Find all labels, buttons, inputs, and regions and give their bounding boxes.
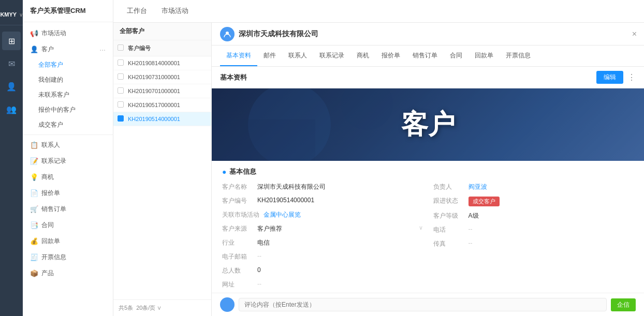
sidebar-item-market[interactable]: 📢 市场活动	[23, 25, 113, 41]
row-check-2[interactable]	[118, 73, 128, 81]
detail-tab-opportunity[interactable]: 商机	[350, 46, 375, 66]
checkbox-2[interactable]	[118, 73, 124, 80]
field-fax: 传真 --	[433, 239, 634, 248]
invoice-icon: 🧾	[30, 253, 38, 261]
sidebar-item-invoice[interactable]: 🧾 开票信息	[23, 249, 113, 265]
value-level: A级	[469, 212, 634, 220]
field-total-people: 总人数 0	[222, 266, 423, 275]
detail-panel: 深圳市天成科技有限公司 × 基本资料 邮件 联系人 联系记录 商机 报价单 销售…	[212, 23, 644, 316]
info-grid: 客户名称 深圳市天成科技有限公司 客户编号 KH20190514000001 关…	[222, 183, 634, 293]
field-company-name: 客户名称 深圳市天成科技有限公司	[222, 183, 423, 191]
sidebar-item-customer[interactable]: 👤 客户 ···	[23, 41, 113, 57]
value-fax: --	[469, 239, 634, 247]
sidebar-item-product[interactable]: 📦 产品	[23, 265, 113, 281]
comment-input[interactable]	[239, 298, 607, 311]
sidebar-sub-item-quoting[interactable]: 报价中的客户	[23, 102, 113, 117]
row-id-4: KH20190517000001	[128, 102, 207, 108]
list-row-active[interactable]: KH20190514000001	[113, 112, 211, 126]
field-level: 客户等级 A级	[433, 212, 634, 220]
field-email: 电子邮箱 --	[222, 252, 423, 261]
person-icon	[224, 31, 231, 38]
detail-tab-records[interactable]: 联系记录	[313, 46, 350, 66]
sidebar-icon-contacts[interactable]: 👥	[2, 100, 21, 118]
sidebar-icon-grid[interactable]: ⊞	[2, 32, 21, 50]
sidebar-sub-item-no-contact[interactable]: 未联系客户	[23, 87, 113, 102]
svg-point-2	[341, 88, 393, 130]
field-market-activity: 关联市场活动 金属中心展览	[222, 210, 423, 219]
row-check-1[interactable]	[118, 59, 128, 67]
sidebar-item-payment[interactable]: 💰 回款单	[23, 233, 113, 249]
list-row[interactable]: KH20190701000001	[113, 84, 211, 98]
sidebar-item-opportunity[interactable]: 💡 商机	[23, 169, 113, 185]
row-check-3[interactable]	[118, 87, 128, 95]
value-industry: 电信	[257, 238, 423, 247]
icon-sidebar: KMYY ∨ ⊞ ✉ 👤 👥	[0, 0, 23, 316]
list-row[interactable]: KH20190731000001	[113, 70, 211, 84]
sidebar-item-label-customer: 客户	[41, 45, 54, 54]
sidebar-icon-user[interactable]: 👤	[2, 77, 21, 96]
row-id-2: KH20190731000001	[128, 74, 207, 80]
nav-sidebar: 客户关系管理CRM 📢 市场活动 👤 客户 ··· 全部客户 我创建的 未联系客…	[23, 0, 113, 316]
checkbox-4[interactable]	[118, 101, 124, 108]
col-header-id: 客户编号	[128, 44, 151, 52]
sidebar-item-contacts[interactable]: 📋 联系人	[23, 137, 113, 153]
value-website: --	[257, 280, 423, 288]
row-id-3: KH20190701000001	[128, 88, 207, 94]
nav-divider-1	[23, 134, 113, 135]
value-phone: --	[469, 225, 634, 233]
customer-more-btn[interactable]: ···	[99, 46, 106, 54]
detail-tab-payment[interactable]: 回款单	[469, 46, 500, 66]
sidebar-item-quotation[interactable]: 📄 报价单	[23, 185, 113, 201]
contacts-nav-icon: 📋	[30, 141, 38, 149]
total-count: 共5条	[119, 304, 133, 312]
detail-tab-invoice[interactable]: 开票信息	[500, 46, 537, 66]
comment-submit-button[interactable]: 企信	[611, 298, 636, 311]
sidebar-sub-item-all-customer[interactable]: 全部客户	[23, 57, 113, 72]
tab-market[interactable]: 市场活动	[154, 0, 196, 23]
checkbox-3[interactable]	[118, 87, 124, 94]
edit-button[interactable]: 编辑	[596, 71, 623, 84]
sidebar-item-records[interactable]: 📝 联系记录	[23, 153, 113, 169]
source-dropdown-icon[interactable]: ∨	[419, 224, 423, 231]
main-content: 工作台 市场活动 全部客户 客户编号 KH20190814000001 KH20…	[113, 0, 644, 316]
sidebar-sub-item-closed[interactable]: 成交客户	[23, 117, 113, 132]
detail-tab-order[interactable]: 销售订单	[406, 46, 444, 66]
list-row[interactable]: KH20190814000001	[113, 56, 211, 70]
checkbox-1[interactable]	[118, 59, 124, 66]
detail-tab-basic[interactable]: 基本资料	[220, 46, 257, 66]
company-name: 深圳市天成科技有限公司	[239, 29, 318, 39]
sidebar-label-invoice: 开票信息	[41, 253, 66, 262]
page-size-arrow: ∨	[157, 305, 162, 311]
value-market-activity[interactable]: 金属中心展览	[264, 210, 423, 219]
label-owner: 负责人	[433, 183, 464, 191]
sidebar-icon-mail[interactable]: ✉	[2, 54, 21, 73]
tab-workspace[interactable]: 工作台	[120, 0, 154, 23]
banner-text: 客户	[401, 107, 455, 143]
detail-tab-mail[interactable]: 邮件	[257, 46, 282, 66]
page-size[interactable]: 20条/页 ∨	[136, 304, 162, 312]
checkbox-5[interactable]	[118, 115, 124, 122]
list-row[interactable]: KH20190517000001	[113, 98, 211, 112]
sidebar-label-payment: 回款单	[41, 237, 60, 246]
detail-tab-contract[interactable]: 合同	[444, 46, 469, 66]
label-status: 跟进状态	[433, 197, 464, 205]
sidebar-item-order[interactable]: 🛒 销售订单	[23, 201, 113, 217]
section-more-icon[interactable]: ⋮	[627, 72, 636, 82]
list-table-header: 客户编号	[113, 40, 211, 56]
detail-tab-contacts[interactable]: 联系人	[282, 46, 313, 66]
quotation-icon: 📄	[30, 189, 38, 197]
sidebar-label-opportunity: 商机	[41, 173, 54, 182]
row-check-5[interactable]	[118, 115, 128, 123]
info-section-header: ● 基本信息	[222, 167, 634, 176]
checkbox-all[interactable]	[118, 44, 124, 51]
nav-section: 📢 市场活动 👤 客户 ··· 全部客户 我创建的 未联系客户 报价中的客户 成…	[23, 22, 113, 284]
row-check-4[interactable]	[118, 101, 128, 109]
sidebar-sub-item-my-customer[interactable]: 我创建的	[23, 72, 113, 87]
sidebar-item-contract[interactable]: 📑 合同	[23, 217, 113, 233]
value-owner[interactable]: 阎亚波	[469, 183, 634, 191]
detail-tab-quotation[interactable]: 报价单	[375, 46, 406, 66]
check-all[interactable]	[118, 43, 128, 53]
label-industry: 行业	[222, 238, 253, 247]
close-button[interactable]: ×	[625, 29, 644, 39]
value-email: --	[257, 252, 423, 260]
